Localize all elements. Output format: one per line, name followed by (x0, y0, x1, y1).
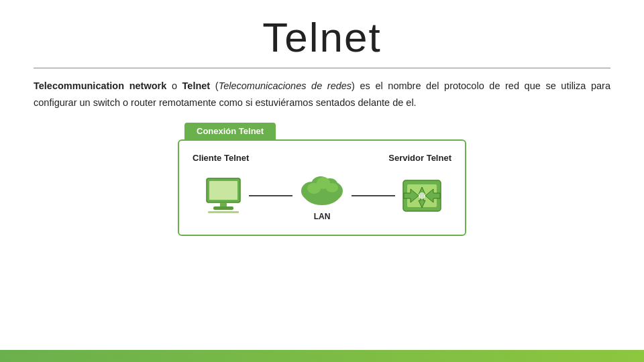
title-divider (34, 68, 610, 68)
bold-text-1: Telecommunication network (34, 80, 166, 91)
bold-text-2: Telnet (182, 80, 211, 91)
computer-svg (201, 177, 245, 214)
router-svg (400, 177, 443, 214)
server-label: Servidor Telnet (388, 153, 451, 163)
main-content: Telnet Telecommunication network o Telne… (0, 0, 644, 362)
svg-rect-4 (208, 211, 239, 213)
connector-left (249, 195, 292, 196)
title-section: Telnet (34, 13, 610, 61)
body-paragraph: Telecommunication network o Telnet (Tele… (34, 78, 610, 111)
server-router-icon (398, 177, 445, 214)
diagram-box: Cliente Telnet Servidor Telnet (178, 139, 466, 236)
bottom-bar (0, 350, 644, 362)
diagram-container: Conexión Telnet Cliente Telnet Servidor … (178, 123, 466, 236)
lan-label: LAN (314, 212, 331, 221)
cloud-svg (295, 170, 349, 210)
diagram-tab: Conexión Telnet (184, 123, 276, 139)
page-title: Telnet (34, 13, 610, 61)
body-text-part1: o (172, 80, 182, 91)
connector-right (352, 195, 395, 196)
page-container: Telnet Telecommunication network o Telne… (0, 0, 644, 362)
svg-rect-2 (220, 202, 227, 207)
italic-text: Telecomunicaciones de redes (219, 80, 352, 91)
svg-rect-1 (209, 181, 237, 200)
diagram-labels: Cliente Telnet Servidor Telnet (193, 153, 451, 163)
client-computer-icon (199, 177, 246, 214)
svg-point-12 (326, 183, 338, 192)
diagram-icons: LAN (193, 170, 451, 221)
client-label: Cliente Telnet (193, 153, 249, 163)
lan-cloud-icon: LAN (295, 170, 349, 221)
svg-rect-3 (213, 206, 233, 210)
diagram-tab-bar: Conexión Telnet (178, 123, 466, 139)
svg-point-19 (419, 192, 425, 199)
